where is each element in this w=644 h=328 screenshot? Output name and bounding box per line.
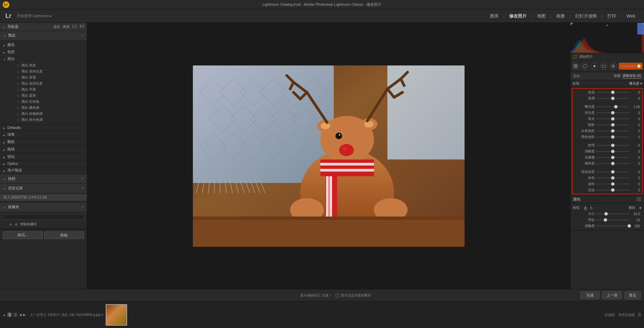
preset-group-bw[interactable]: 黑白 xyxy=(0,55,87,62)
brush-size-thumb[interactable] xyxy=(604,212,608,216)
brush-flow-track[interactable] xyxy=(596,226,629,226)
nav-item-web[interactable]: Web xyxy=(623,12,639,20)
sharpen-header[interactable]: 锐化 xyxy=(0,153,87,160)
highlights-track[interactable] xyxy=(596,119,629,119)
whites-thumb[interactable] xyxy=(611,129,614,133)
whites-track[interactable] xyxy=(596,131,629,131)
nav-item-library[interactable]: 图库 xyxy=(487,12,502,20)
nav-start-link[interactable]: 开始使用 Lightroom ▸ xyxy=(17,13,52,18)
preset-bw-soft[interactable]: ◻ 黑白 柔和 xyxy=(7,93,87,99)
reset-btn[interactable]: 复位 xyxy=(625,291,641,299)
preset-bw-sepia[interactable]: ◻ 黑白 棕褐色调 xyxy=(7,111,87,117)
noise-track[interactable] xyxy=(596,178,629,178)
preset-bw-highcontrast[interactable]: ◻ 黑白 高对比度 xyxy=(7,68,87,75)
brush-dropdown-icon[interactable]: ▼ xyxy=(639,206,642,210)
nav-item-book[interactable]: 画册 xyxy=(553,12,568,20)
copy-btn[interactable]: 拷贝... xyxy=(3,231,43,239)
defaults-header[interactable]: Defaults xyxy=(0,125,87,131)
blacks-thumb[interactable] xyxy=(611,135,614,139)
zoom-fit[interactable]: 适合 xyxy=(53,25,60,29)
defringe-thumb[interactable] xyxy=(611,188,614,192)
paste-btn[interactable]: 粘贴 xyxy=(44,231,85,239)
presets-add-btn[interactable]: + xyxy=(82,34,84,37)
preset-bw-smooth[interactable]: ◻ 黑白 平滑 xyxy=(7,87,87,93)
filmstrip-next-btn[interactable]: ▶ xyxy=(23,313,26,317)
history-header[interactable]: 历史记录 × xyxy=(0,184,87,193)
vignette-header[interactable]: 缩角 xyxy=(0,131,87,138)
preset-bw-infrared[interactable]: ◻ 黑白 红外线 xyxy=(7,99,87,105)
film-thumb-1[interactable] xyxy=(106,304,127,326)
filmstrip-page-2[interactable]: 2 xyxy=(13,313,18,317)
dehaze-thumb[interactable] xyxy=(611,156,614,159)
texture-thumb[interactable] xyxy=(611,144,614,147)
collections-add-btn[interactable]: + xyxy=(82,205,84,209)
curves-header[interactable]: 曲线 xyxy=(0,146,87,153)
brush-b-btn[interactable]: B xyxy=(590,206,592,210)
preset-bw-lowcontrast[interactable]: ◻ 黑白 低对比度 xyxy=(7,81,87,87)
contrast-thumb[interactable] xyxy=(611,111,614,114)
brush-feather-thumb[interactable] xyxy=(604,218,607,222)
mask-checkbox[interactable] xyxy=(335,293,339,297)
circle2-tool-btn[interactable] xyxy=(609,62,617,70)
original-photo-checkbox[interactable] xyxy=(573,55,577,59)
rect-tool-btn[interactable] xyxy=(600,62,607,70)
dot-tool-btn[interactable] xyxy=(591,62,598,70)
exposure-track[interactable] xyxy=(596,106,629,107)
presets-header[interactable]: 预设 + xyxy=(0,31,87,40)
slider-tool-btn[interactable] xyxy=(619,63,643,69)
defringe-track[interactable] xyxy=(596,190,629,190)
preset-bw-selenium[interactable]: ◻ 黑白 硒色调 xyxy=(7,105,87,111)
color-swatch-icon[interactable]: ⬛ xyxy=(637,197,641,201)
preset-group-color[interactable]: 颜色 xyxy=(0,41,87,48)
history-close-btn[interactable]: × xyxy=(82,186,84,190)
moire-track[interactable] xyxy=(596,184,629,184)
nav-item-print[interactable]: 打印 xyxy=(604,12,620,20)
color-tint-track[interactable] xyxy=(596,98,629,99)
circle-tool-btn[interactable] xyxy=(581,62,589,70)
adjust-brush-btn[interactable]: 调整画笔 (K) xyxy=(623,74,641,79)
saturation-thumb[interactable] xyxy=(611,162,614,165)
user-presets-header[interactable]: 用户预设 xyxy=(0,167,87,174)
effect-value[interactable]: 曝光度 ▾ xyxy=(629,81,642,86)
history-item-import[interactable]: 导入 (2022/7/10 上午9:11:15) xyxy=(0,194,87,201)
moire-thumb[interactable] xyxy=(611,182,614,186)
contrast-track[interactable] xyxy=(596,112,629,113)
shadows-track[interactable] xyxy=(596,125,629,125)
clarity-thumb[interactable] xyxy=(611,150,614,153)
saturation-track[interactable] xyxy=(596,163,629,164)
brush-a-btn[interactable]: A xyxy=(584,206,587,210)
histogram-up-arrow[interactable]: ▲ xyxy=(606,24,609,27)
nav-item-slideshow[interactable]: 幻灯片放映 xyxy=(572,12,600,20)
filmstrip-prev-btn[interactable]: ◀ xyxy=(19,313,22,317)
texture-track[interactable] xyxy=(596,145,629,146)
filmstrip-up-arrow[interactable]: ▲ xyxy=(3,313,6,317)
new-btn[interactable]: 新建 xyxy=(614,74,621,79)
blacks-track[interactable] xyxy=(596,137,629,137)
prev-btn[interactable]: 上一张 xyxy=(602,291,622,299)
filter-off-btn[interactable]: 关闭过滤器 xyxy=(618,313,635,317)
preset-group-creative[interactable]: 创意 xyxy=(0,48,87,55)
highlights-thumb[interactable] xyxy=(611,117,614,121)
sharpening-track[interactable] xyxy=(596,172,629,172)
brush-clear-btn[interactable]: 擦除 xyxy=(629,205,635,210)
zoom-3-1[interactable]: 3:1 xyxy=(79,25,84,29)
color-tint-thumb[interactable] xyxy=(611,97,614,100)
shadows-thumb[interactable] xyxy=(611,123,614,127)
filmstrip-menu-btn[interactable]: ☰ xyxy=(638,313,641,317)
dehaze-track[interactable] xyxy=(596,157,629,158)
exposure-thumb[interactable] xyxy=(614,105,618,108)
grain-header[interactable]: 颗粒 xyxy=(0,138,87,145)
snapshots-add-btn[interactable]: + xyxy=(82,177,84,181)
complete-btn[interactable]: 完成 xyxy=(581,291,599,299)
brush-flow-thumb[interactable] xyxy=(628,224,631,228)
brush-size-track[interactable] xyxy=(596,214,629,214)
collections-search[interactable] xyxy=(3,214,84,220)
zoom-1-1[interactable]: 1:1 xyxy=(72,25,77,29)
color-temp-thumb[interactable] xyxy=(611,91,614,94)
clarity-track[interactable] xyxy=(596,151,629,152)
sharpening-thumb[interactable] xyxy=(611,170,614,174)
nav-item-map[interactable]: 地图 xyxy=(534,12,549,20)
filmstrip-page-1[interactable]: 1 xyxy=(7,313,12,317)
zoom-fill[interactable]: 填满 xyxy=(63,25,69,29)
color-temp-track[interactable] xyxy=(596,92,629,93)
